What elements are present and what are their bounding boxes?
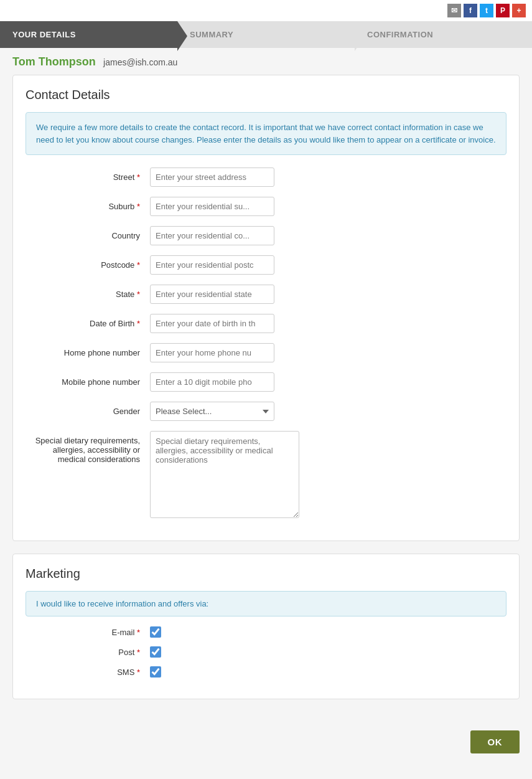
gender-label: Gender [26,402,150,416]
social-bar: ✉ f t P + [0,0,532,21]
postcode-row: Postcode * [26,255,506,275]
marketing-title: Marketing [26,567,506,581]
mobile-phone-input[interactable] [150,372,274,392]
country-input[interactable] [150,226,274,245]
gender-row: Gender Please Select... Male Female Othe… [26,402,506,421]
state-input[interactable] [150,285,274,304]
email-marketing-label: E-mail * [26,628,150,637]
suburb-label: Suburb * [26,197,150,211]
contact-details-card: Contact Details We require a few more de… [12,75,520,541]
post-marketing-row: Post * [26,646,506,658]
post-marketing-label: Post * [26,648,150,657]
user-email: james@ish.com.au [103,57,177,67]
suburb-input[interactable] [150,197,274,216]
user-name: Tom Thompson [12,55,96,68]
post-checkbox[interactable] [150,646,161,658]
step-your-details[interactable]: YOUR DETAILS [0,21,177,48]
twitter-share-icon[interactable]: t [480,4,493,17]
mobile-phone-label: Mobile phone number [26,372,150,387]
gplus-share-icon[interactable]: + [512,4,526,17]
progress-bar: YOUR DETAILS SUMMARY CONFIRMATION [0,21,532,48]
country-row: Country [26,226,506,245]
sms-marketing-row: SMS * [26,666,506,677]
pinterest-share-icon[interactable]: P [496,4,510,17]
main-content: Tom Thompson james@ish.com.au Contact De… [0,48,532,724]
state-row: State * [26,285,506,304]
ok-button[interactable]: OK [470,730,520,753]
postcode-input[interactable] [150,255,274,275]
street-input[interactable] [150,168,274,187]
postcode-label: Postcode * [26,255,150,270]
dietary-label: Special dietary requirements, allergies,… [26,431,150,464]
marketing-info-box: I would like to receive information and … [26,591,506,616]
contact-details-title: Contact Details [26,88,506,102]
ok-button-container: OK [0,724,532,760]
sms-marketing-label: SMS * [26,668,150,677]
contact-info-box: We require a few more details to create … [26,112,506,155]
state-label: State * [26,285,150,299]
country-label: Country [26,226,150,240]
gender-select[interactable]: Please Select... Male Female Other Prefe… [150,402,274,421]
email-checkbox[interactable] [150,626,161,638]
dietary-textarea[interactable] [150,431,299,518]
street-row: Street * [26,168,506,187]
home-phone-label: Home phone number [26,343,150,357]
step-summary[interactable]: SUMMARY [177,21,355,48]
dob-input[interactable] [150,314,274,333]
street-label: Street * [26,168,150,182]
home-phone-row: Home phone number [26,343,506,362]
user-header: Tom Thompson james@ish.com.au [12,55,520,68]
email-share-icon[interactable]: ✉ [447,4,461,17]
email-marketing-row: E-mail * [26,626,506,638]
sms-checkbox[interactable] [150,666,161,677]
facebook-share-icon[interactable]: f [464,4,477,17]
home-phone-input[interactable] [150,343,274,362]
dietary-row: Special dietary requirements, allergies,… [26,431,506,518]
marketing-card: Marketing I would like to receive inform… [12,554,520,699]
suburb-row: Suburb * [26,197,506,216]
step-confirmation[interactable]: CONFIRMATION [355,21,532,48]
dob-row: Date of Birth * [26,314,506,333]
dob-label: Date of Birth * [26,314,150,328]
mobile-phone-row: Mobile phone number [26,372,506,392]
